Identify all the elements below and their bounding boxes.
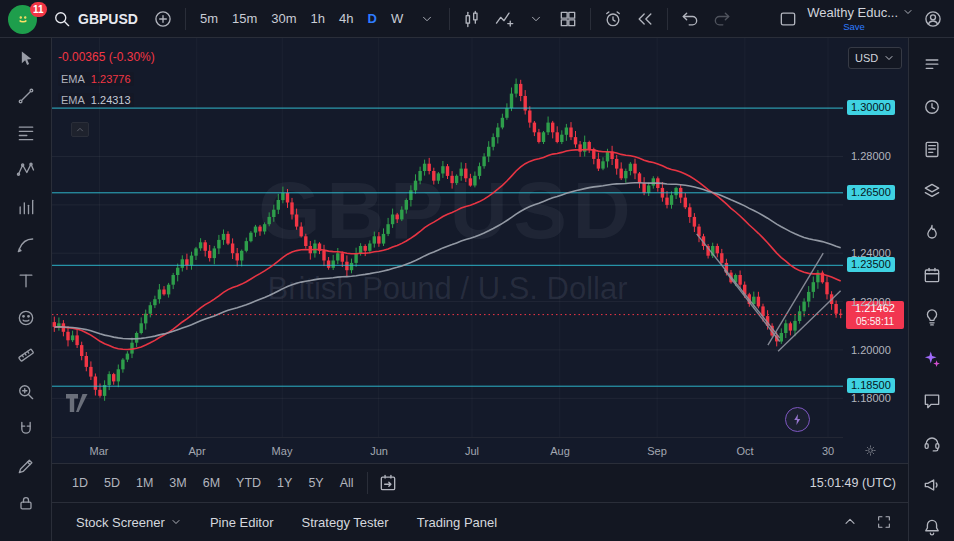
- price-chart[interactable]: GBPUSDBritish Pound / U.S. Dollar: [52, 38, 843, 437]
- tool-xabcd-pattern[interactable]: [11, 155, 41, 185]
- go-to-date-button[interactable]: [373, 468, 403, 498]
- chevron-down-icon: [170, 516, 182, 528]
- panel-maximize-button[interactable]: [870, 508, 898, 536]
- indicator-label: EMA: [61, 73, 85, 85]
- panel-alerts[interactable]: [917, 92, 947, 121]
- tool-text[interactable]: [11, 266, 41, 296]
- indicator-legend-row[interactable]: EMA 1.23776: [58, 72, 134, 86]
- symbol-search-button[interactable]: GBPUSD: [44, 4, 146, 34]
- top-toolbar: 11 GBPUSD 5m15m30m1h4hDW: [0, 0, 954, 38]
- tool-magnet[interactable]: [11, 414, 41, 444]
- bar-replay-button[interactable]: [630, 4, 660, 34]
- toolbar-separator: [667, 8, 668, 30]
- tab-stock-screener[interactable]: Stock Screener: [62, 503, 196, 541]
- timeframe-15m[interactable]: 15m: [225, 6, 264, 32]
- lightning-bolt-icon: [791, 413, 804, 426]
- time-axis-label: Aug: [550, 445, 570, 457]
- tool-forecast[interactable]: [11, 192, 41, 222]
- panel-watchlist[interactable]: [917, 50, 947, 79]
- axis-settings-button[interactable]: [863, 443, 878, 458]
- tool-draw[interactable]: [11, 451, 41, 481]
- chart-type-button[interactable]: [457, 4, 487, 34]
- tab-pine-editor[interactable]: Pine Editor: [196, 503, 288, 541]
- timeframe-d[interactable]: D: [361, 6, 384, 32]
- footer-tabs: Stock ScreenerPine EditorStrategy Tester…: [62, 503, 511, 541]
- symbol-label: GBPUSD: [78, 11, 138, 27]
- range-ytd[interactable]: YTD: [228, 473, 269, 493]
- tool-brush[interactable]: [11, 229, 41, 259]
- panel-news[interactable]: [917, 134, 947, 163]
- panel-ai[interactable]: [917, 344, 947, 373]
- draw-icon: [16, 456, 36, 476]
- tool-cursor[interactable]: [11, 44, 41, 74]
- timezone-clock[interactable]: 15:01:49 (UTC): [810, 476, 896, 490]
- tab-strategy-tester[interactable]: Strategy Tester: [287, 503, 402, 541]
- alert-button[interactable]: [598, 4, 628, 34]
- indicators-menu-button[interactable]: [521, 4, 551, 34]
- range-1y[interactable]: 1Y: [269, 473, 300, 493]
- layout-grid-button[interactable]: [553, 4, 583, 34]
- price-level-label: 1.23500: [847, 257, 895, 272]
- broker-logo[interactable]: 11: [6, 3, 42, 35]
- layout-select-button[interactable]: [773, 4, 803, 34]
- timeframe-menu-button[interactable]: [412, 4, 442, 34]
- panel-object-tree[interactable]: [917, 176, 947, 205]
- panel-notifications[interactable]: [917, 512, 947, 541]
- tool-trend-line[interactable]: [11, 81, 41, 111]
- timeframe-1h[interactable]: 1h: [304, 6, 332, 32]
- measure-icon: [16, 345, 36, 365]
- tab-label: Trading Panel: [417, 515, 497, 530]
- price-axis[interactable]: USD 1.21462 05:58:11 1.300001.280001.265…: [843, 38, 908, 463]
- panel-announcements[interactable]: [917, 470, 947, 499]
- lightning-button[interactable]: [785, 407, 810, 432]
- range-3m[interactable]: 3M: [161, 473, 194, 493]
- panel-collapse-button[interactable]: [836, 508, 864, 536]
- indicator-legend-row[interactable]: EMA 1.24313: [58, 93, 134, 107]
- tool-fib-retracement[interactable]: [11, 118, 41, 148]
- lock-icon: [16, 493, 36, 513]
- tool-emoji[interactable]: [11, 303, 41, 333]
- support-icon: [922, 433, 942, 453]
- currency-dropdown[interactable]: USD: [848, 47, 902, 69]
- timeframe-5m[interactable]: 5m: [193, 6, 225, 32]
- search-icon: [52, 9, 72, 29]
- save-button[interactable]: Save: [807, 20, 865, 33]
- account-button[interactable]: [918, 4, 948, 34]
- chevron-down-icon: [902, 6, 914, 18]
- tool-zoom[interactable]: [11, 377, 41, 407]
- timeframe-30m[interactable]: 30m: [264, 6, 303, 32]
- range-5y[interactable]: 5Y: [300, 473, 331, 493]
- range-6m[interactable]: 6M: [195, 473, 228, 493]
- timeframe-4h[interactable]: 4h: [332, 6, 360, 32]
- panel-chat[interactable]: [917, 386, 947, 415]
- drawing-toolbar: [0, 38, 52, 541]
- range-all[interactable]: All: [332, 473, 362, 493]
- range-1d[interactable]: 1D: [64, 473, 96, 493]
- redo-button[interactable]: [707, 4, 737, 34]
- undo-button[interactable]: [675, 4, 705, 34]
- panel-calendar[interactable]: [917, 260, 947, 289]
- panel-hotlists[interactable]: [917, 218, 947, 247]
- range-1m[interactable]: 1M: [128, 473, 161, 493]
- timeframe-w[interactable]: W: [384, 6, 410, 32]
- tool-lock[interactable]: [11, 488, 41, 518]
- brush-icon: [16, 234, 36, 254]
- tool-measure[interactable]: [11, 340, 41, 370]
- indicators-button[interactable]: [489, 4, 519, 34]
- chart-legend: -0.00365 (-0.30%) EMA 1.23776 EMA 1.2431…: [58, 50, 155, 114]
- panel-support[interactable]: [917, 428, 947, 457]
- replay-icon: [635, 9, 655, 29]
- tab-label: Stock Screener: [76, 515, 165, 530]
- panel-ideas[interactable]: [917, 302, 947, 331]
- time-axis-label: Apr: [188, 445, 205, 457]
- time-axis[interactable]: MarAprMayJunJulAugSepOct30: [52, 437, 843, 463]
- layout-name-button[interactable]: Wealthy Educ...: [807, 5, 914, 20]
- notification-badge[interactable]: 11: [30, 2, 47, 17]
- range-5d[interactable]: 5D: [96, 473, 128, 493]
- calendar-icon: [922, 265, 942, 285]
- bottom-panel-bar: Stock ScreenerPine EditorStrategy Tester…: [52, 502, 908, 541]
- pane-collapse-button[interactable]: [71, 122, 89, 137]
- tab-trading-panel[interactable]: Trading Panel: [403, 503, 511, 541]
- compare-add-button[interactable]: [148, 4, 178, 34]
- notifications-icon: [922, 517, 942, 537]
